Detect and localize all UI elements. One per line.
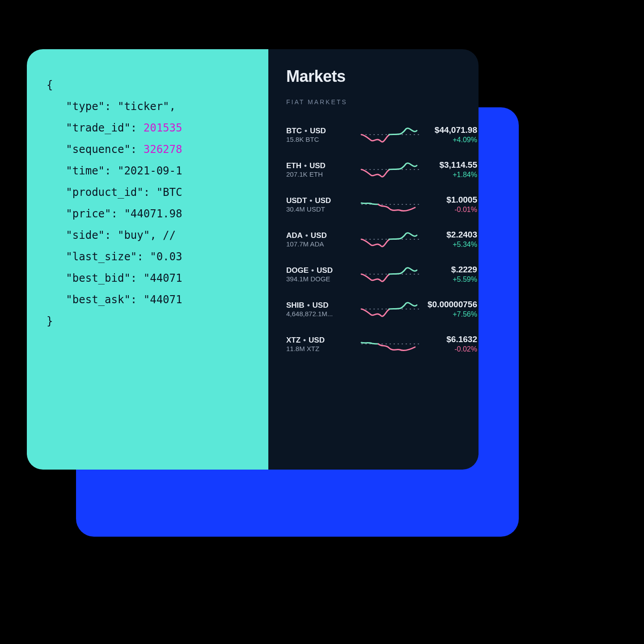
market-sparkline <box>361 334 419 354</box>
market-row[interactable]: DOGE•USD 394.1M DOGE $.2229 +5.59% <box>286 257 477 292</box>
sparkline-icon <box>361 264 419 284</box>
market-row[interactable]: USDT•USD 30.4M USDT $1.0005 -0.01% <box>286 187 477 222</box>
market-pair-name: XTZ•USD <box>286 336 353 345</box>
market-price: $6.1632 <box>428 335 477 344</box>
market-row[interactable]: BTC•USD 15.8K BTC $44,071.98 +4.09% <box>286 117 477 152</box>
market-pair-volume: 4,648,872.1M... <box>286 310 353 318</box>
market-values: $0.00000756 +7.56% <box>428 300 477 318</box>
markets-rows: BTC•USD 15.8K BTC $44,071.98 +4.09% ETH•… <box>286 117 477 361</box>
market-pair-volume: 15.8K BTC <box>286 136 353 143</box>
market-pair-name: ETH•USD <box>286 161 353 170</box>
market-change: +5.59% <box>428 275 477 284</box>
market-change: -0.01% <box>428 206 477 214</box>
market-values: $6.1632 -0.02% <box>428 335 477 353</box>
markets-title: Markets <box>286 67 477 86</box>
market-pair-name: BTC•USD <box>286 127 353 136</box>
sparkline-icon <box>361 194 419 215</box>
market-pair: BTC•USD 15.8K BTC <box>286 127 353 143</box>
market-pair: ETH•USD 207.1K ETH <box>286 161 353 178</box>
market-pair-volume: 394.1M DOGE <box>286 275 353 283</box>
market-pair-volume: 207.1K ETH <box>286 170 353 178</box>
market-price: $44,071.98 <box>428 125 477 135</box>
market-row[interactable]: XTZ•USD 11.8M XTZ $6.1632 -0.02% <box>286 326 477 361</box>
markets-panel: Markets FIAT MARKETS BTC•USD 15.8K BTC $… <box>268 49 479 470</box>
market-sparkline <box>361 299 419 319</box>
market-values: $.2229 +5.59% <box>428 265 477 284</box>
market-values: $44,071.98 +4.09% <box>428 125 477 144</box>
market-values: $3,114.55 +1.84% <box>428 160 477 179</box>
market-pair: XTZ•USD 11.8M XTZ <box>286 336 353 352</box>
market-values: $2.2403 +5.34% <box>428 230 477 249</box>
markets-section-label: FIAT MARKETS <box>286 98 477 106</box>
market-price: $3,114.55 <box>428 160 477 170</box>
market-pair-volume: 30.4M USDT <box>286 205 353 213</box>
market-pair: ADA•USD 107.7M ADA <box>286 231 353 248</box>
market-row[interactable]: SHIB•USD 4,648,872.1M... $0.00000756 +7.… <box>286 292 477 326</box>
json-code-panel: { "type": "ticker", "trade_id": 201535 "… <box>27 49 268 470</box>
market-sparkline <box>361 264 419 284</box>
market-sparkline <box>361 159 419 180</box>
market-pair-volume: 107.7M ADA <box>286 240 353 248</box>
exchange-card: { "type": "ticker", "trade_id": 201535 "… <box>27 49 479 470</box>
sparkline-icon <box>361 124 419 145</box>
market-pair-volume: 11.8M XTZ <box>286 345 353 352</box>
market-change: +1.84% <box>428 171 477 179</box>
market-pair: USDT•USD 30.4M USDT <box>286 196 353 213</box>
market-pair-name: DOGE•USD <box>286 266 353 275</box>
market-price: $.2229 <box>428 265 477 275</box>
market-sparkline <box>361 194 419 215</box>
market-change: +5.34% <box>428 241 477 249</box>
market-pair-name: SHIB•USD <box>286 301 353 310</box>
market-pair: DOGE•USD 394.1M DOGE <box>286 266 353 283</box>
market-price: $2.2403 <box>428 230 477 240</box>
market-price: $1.0005 <box>428 195 477 205</box>
sparkline-icon <box>361 229 419 250</box>
sparkline-icon <box>361 334 419 354</box>
sparkline-icon <box>361 299 419 319</box>
market-change: -0.02% <box>428 345 477 353</box>
market-row[interactable]: ADA•USD 107.7M ADA $2.2403 +5.34% <box>286 222 477 257</box>
market-price: $0.00000756 <box>428 300 477 309</box>
market-pair: SHIB•USD 4,648,872.1M... <box>286 301 353 318</box>
market-change: +7.56% <box>428 310 477 318</box>
market-pair-name: ADA•USD <box>286 231 353 240</box>
sparkline-icon <box>361 159 419 180</box>
market-change: +4.09% <box>428 136 477 144</box>
market-values: $1.0005 -0.01% <box>428 195 477 214</box>
market-sparkline <box>361 124 419 145</box>
market-row[interactable]: ETH•USD 207.1K ETH $3,114.55 +1.84% <box>286 152 477 187</box>
market-pair-name: USDT•USD <box>286 196 353 205</box>
market-sparkline <box>361 229 419 250</box>
